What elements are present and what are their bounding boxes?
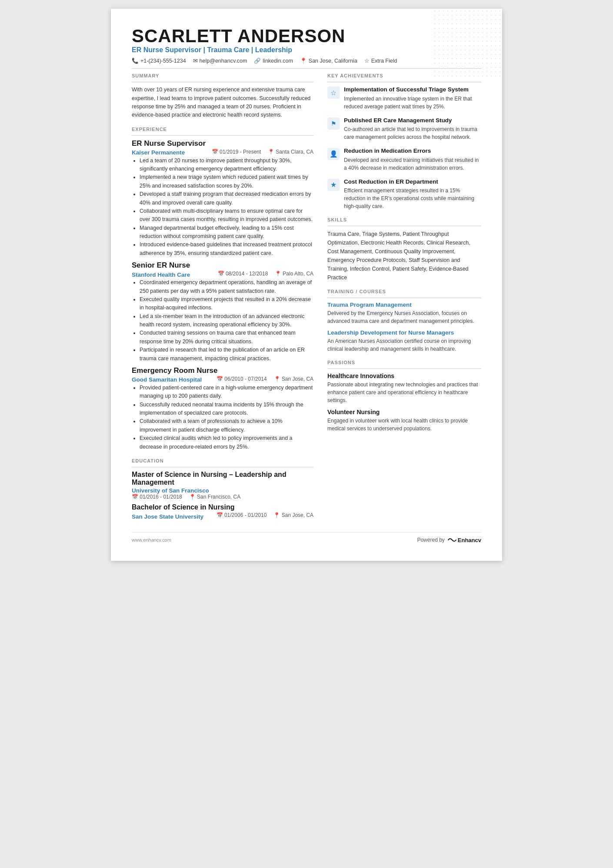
passion-desc-1: Passionate about integrating new technol… — [327, 381, 481, 404]
achievement-3: 👤 Reduction in Medication Errors Develop… — [327, 147, 481, 172]
job-1-meta-row: Kaiser Permanente 📅 01/2019 - Present 📍 … — [132, 149, 313, 157]
list-item: Coordinated emergency department operati… — [140, 278, 313, 295]
summary-text: With over 10 years of ER nursing experie… — [132, 86, 313, 120]
list-item: Managed departmental budget effectively,… — [140, 224, 313, 241]
job-company-2: Stanford Health Care — [132, 271, 190, 278]
achievement-title-1: Implementation of Successful Triage Syst… — [344, 86, 481, 94]
training-divider — [327, 298, 481, 298]
list-item: Successfully reduced neonatal trauma inc… — [140, 401, 313, 418]
experience-divider — [132, 135, 313, 136]
resume-page: SCARLETT ANDERSON ER Nurse Supervisor | … — [111, 9, 502, 561]
job-2-location: 📍 Palo Alto, CA — [275, 271, 313, 277]
achievement-2: ⚑ Published ER Care Management Study Co-… — [327, 117, 481, 141]
training-label: TRAINING / COURSES — [327, 289, 481, 294]
candidate-title: ER Nurse Supervisor | Trauma Care | Lead… — [132, 46, 481, 54]
list-item: Collaborated with a team of professional… — [140, 417, 313, 434]
star-icon: ☆ — [364, 57, 370, 64]
job-title-2: Senior ER Nurse — [132, 261, 313, 270]
list-item: Executed quality improvement projects th… — [140, 295, 313, 312]
job-2-meta: 📅 08/2014 - 12/2018 📍 Palo Alto, CA — [218, 271, 313, 277]
job-2-meta-row: Stanford Health Care 📅 08/2014 - 12/2018… — [132, 271, 313, 278]
achievement-desc-2: Co-authored an article that led to impro… — [344, 125, 481, 141]
job-3-bullets: Provided patient-centered care in a high… — [132, 384, 313, 451]
list-item: Implemented a new triage system which re… — [140, 173, 313, 190]
summary-label: SUMMARY — [132, 73, 313, 78]
achievement-desc-4: Efficient management strategies resulted… — [344, 187, 481, 210]
job-1-bullets: Led a team of 20 nurses to improve patie… — [132, 157, 313, 258]
link-icon: 🔗 — [254, 57, 261, 64]
calendar-icon-3: 📅 — [217, 376, 223, 382]
location-icon: 📍 — [300, 57, 307, 64]
passion-1: Healthcare Innovations Passionate about … — [327, 372, 481, 404]
job-1-meta: 📅 01/2019 - Present 📍 Santa Clara, CA — [212, 149, 313, 155]
location-contact: 📍 San Jose, California — [300, 57, 357, 64]
header-divider — [132, 68, 481, 69]
list-item: Led a six-member team in the introductio… — [140, 312, 313, 329]
achievement-icon-3: 👤 — [327, 148, 340, 160]
calendar-icon-2: 📅 — [218, 271, 224, 277]
edu-1-dates: 📅 01/2016 - 01/2018 — [132, 494, 182, 500]
footer-website: www.enhancv.com — [132, 537, 171, 543]
edu-2-row: San Jose State University 📅 01/2006 - 01… — [132, 512, 313, 522]
header-section: SCARLETT ANDERSON ER Nurse Supervisor | … — [132, 26, 481, 64]
achievement-icon-4: ★ — [327, 179, 340, 191]
achievement-title-4: Cost Reduction in ER Department — [344, 178, 481, 186]
list-item: Developed a staff training program that … — [140, 190, 313, 207]
degree-1-title: Master of Science in Nursing – Leadershi… — [132, 471, 313, 486]
edu-2-meta: 📅 01/2006 - 01/2010 📍 San Jose, CA — [217, 512, 313, 518]
achievements-label: KEY ACHIEVEMENTS — [327, 73, 481, 78]
job-2-dates: 📅 08/2014 - 12/2018 — [218, 271, 268, 277]
edu-2-dates: 📅 01/2006 - 01/2010 — [217, 512, 267, 518]
calendar-icon-edu1: 📅 — [132, 494, 138, 500]
contact-info: 📞 +1-(234)-555-1234 ✉ help@enhancv.com 🔗… — [132, 57, 481, 64]
job-1-dates: 📅 01/2019 - Present — [212, 149, 261, 155]
passion-2: Volunteer Nursing Engaged in volunteer w… — [327, 409, 481, 432]
achievement-content-4: Cost Reduction in ER Department Efficien… — [344, 178, 481, 211]
degree-2-title: Bachelor of Science in Nursing — [132, 503, 313, 511]
achievement-content-1: Implementation of Successful Triage Syst… — [344, 86, 481, 111]
list-item: Collaborated with multi-disciplinary tea… — [140, 207, 313, 224]
pin-icon-edu2: 📍 — [273, 512, 280, 518]
passions-divider — [327, 369, 481, 369]
website-contact: 🔗 linkedin.com — [254, 57, 293, 64]
list-item: Conducted training sessions on trauma ca… — [140, 329, 313, 346]
education-label: EDUCATION — [132, 458, 313, 463]
list-item: Led a team of 20 nurses to improve patie… — [140, 157, 313, 174]
achievement-title-2: Published ER Care Management Study — [344, 117, 481, 124]
list-item: Participated in research that led to the… — [140, 346, 313, 363]
job-company-3: Good Samaritan Hospital — [132, 376, 202, 383]
list-item: Introduced evidence-based guidelines tha… — [140, 241, 313, 258]
list-item: Provided patient-centered care in a high… — [140, 384, 313, 401]
achievement-desc-3: Developed and executed training initiati… — [344, 156, 481, 172]
passion-title-2: Volunteer Nursing — [327, 409, 481, 416]
summary-divider — [132, 82, 313, 82]
extra-contact: ☆ Extra Field — [364, 57, 397, 64]
achievements-divider — [327, 82, 481, 82]
phone-contact: 📞 +1-(234)-555-1234 — [132, 57, 186, 64]
job-3-meta: 📅 06/2010 - 07/2014 📍 San Jose, CA — [217, 376, 313, 382]
job-3-dates: 📅 06/2010 - 07/2014 — [217, 376, 267, 382]
powered-by-label: Powered by — [417, 537, 444, 543]
enhancv-logo-svg — [447, 537, 457, 543]
main-columns: SUMMARY With over 10 years of ER nursing… — [132, 73, 481, 522]
passion-desc-2: Engaged in volunteer work with local hea… — [327, 417, 481, 432]
pin-icon-edu1: 📍 — [189, 494, 196, 500]
candidate-name: SCARLETT ANDERSON — [132, 26, 481, 46]
skills-label: SKILLS — [327, 217, 481, 222]
edu-1-meta: 📅 01/2016 - 01/2018 📍 San Francisco, CA — [132, 494, 313, 500]
calendar-icon-edu2: 📅 — [217, 512, 223, 518]
achievement-desc-1: Implemented an innovative triage system … — [344, 95, 481, 111]
left-column: SUMMARY With over 10 years of ER nursing… — [132, 73, 313, 522]
right-column: KEY ACHIEVEMENTS ☆ Implementation of Suc… — [327, 73, 481, 522]
pin-icon-2: 📍 — [275, 271, 281, 277]
education-divider — [132, 467, 313, 467]
enhancv-logo: Enhancv — [447, 537, 481, 543]
job-3-location: 📍 San Jose, CA — [274, 376, 313, 382]
page-footer: www.enhancv.com Powered by Enhancv — [132, 532, 481, 543]
achievement-icon-1: ☆ — [327, 87, 340, 99]
passion-title-1: Healthcare Innovations — [327, 372, 481, 379]
job-title-3: Emergency Room Nurse — [132, 366, 313, 375]
job-title-1: ER Nurse Supervisor — [132, 139, 313, 148]
course-title-2: Leadership Development for Nurse Manager… — [327, 329, 481, 336]
pin-icon-1: 📍 — [268, 149, 274, 155]
